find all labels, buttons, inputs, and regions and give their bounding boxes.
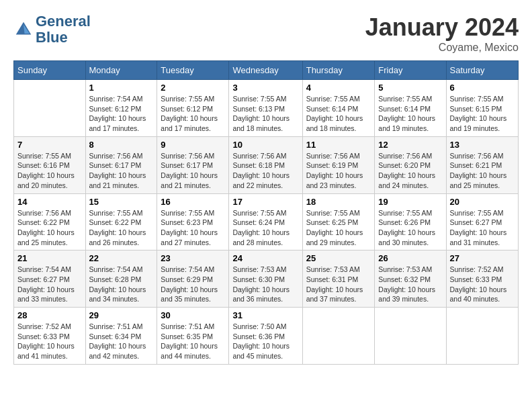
calendar-day-cell: 25Sunrise: 7:53 AMSunset: 6:31 PMDayligh… bbox=[302, 250, 375, 308]
header-cell: Tuesday bbox=[157, 61, 229, 80]
calendar-day-cell: 27Sunrise: 7:52 AMSunset: 6:33 PMDayligh… bbox=[446, 250, 518, 308]
day-info: Sunrise: 7:54 AMSunset: 6:27 PMDaylight:… bbox=[17, 265, 82, 304]
day-info: Sunrise: 7:54 AMSunset: 6:29 PMDaylight:… bbox=[161, 265, 225, 304]
logo-text: General Blue bbox=[36, 13, 91, 46]
day-info: Sunrise: 7:54 AMSunset: 6:28 PMDaylight:… bbox=[89, 265, 154, 304]
calendar-day-cell: 30Sunrise: 7:51 AMSunset: 6:35 PMDayligh… bbox=[157, 308, 229, 365]
calendar-day-cell: 8Sunrise: 7:56 AMSunset: 6:17 PMDaylight… bbox=[85, 136, 157, 193]
calendar-day-cell: 12Sunrise: 7:56 AMSunset: 6:20 PMDayligh… bbox=[375, 136, 446, 193]
logo-icon bbox=[13, 19, 34, 40]
day-number: 19 bbox=[378, 197, 442, 207]
calendar-day-cell bbox=[302, 308, 375, 365]
day-number: 8 bbox=[89, 140, 154, 150]
day-number: 26 bbox=[378, 253, 442, 263]
month-title: January 2024 bbox=[365, 13, 519, 42]
day-info: Sunrise: 7:55 AMSunset: 6:23 PMDaylight:… bbox=[161, 208, 225, 248]
day-number: 30 bbox=[161, 310, 225, 320]
day-number: 12 bbox=[378, 140, 442, 150]
header-cell: Sunday bbox=[14, 61, 86, 80]
day-number: 16 bbox=[161, 197, 225, 207]
day-info: Sunrise: 7:51 AMSunset: 6:34 PMDaylight:… bbox=[89, 322, 154, 361]
header-cell: Wednesday bbox=[229, 61, 302, 80]
calendar-day-cell: 10Sunrise: 7:56 AMSunset: 6:18 PMDayligh… bbox=[229, 136, 302, 193]
header-cell: Monday bbox=[85, 61, 157, 80]
day-number: 3 bbox=[232, 83, 298, 93]
calendar-day-cell: 31Sunrise: 7:50 AMSunset: 6:36 PMDayligh… bbox=[229, 308, 302, 365]
day-info: Sunrise: 7:56 AMSunset: 6:17 PMDaylight:… bbox=[89, 151, 154, 191]
day-info: Sunrise: 7:54 AMSunset: 6:12 PMDaylight:… bbox=[89, 94, 154, 134]
day-info: Sunrise: 7:52 AMSunset: 6:33 PMDaylight:… bbox=[450, 265, 515, 304]
day-number: 25 bbox=[306, 253, 371, 263]
day-number: 23 bbox=[161, 253, 225, 263]
calendar-table: SundayMondayTuesdayWednesdayThursdayFrid… bbox=[13, 60, 519, 365]
calendar-day-cell: 16Sunrise: 7:55 AMSunset: 6:23 PMDayligh… bbox=[157, 193, 229, 250]
title-section: January 2024 Coyame, Mexico bbox=[365, 13, 519, 54]
day-number: 20 bbox=[450, 197, 515, 207]
calendar-day-cell: 29Sunrise: 7:51 AMSunset: 6:34 PMDayligh… bbox=[85, 308, 157, 365]
day-info: Sunrise: 7:55 AMSunset: 6:22 PMDaylight:… bbox=[89, 208, 154, 248]
location-title: Coyame, Mexico bbox=[365, 42, 519, 54]
calendar-day-cell: 13Sunrise: 7:56 AMSunset: 6:21 PMDayligh… bbox=[446, 136, 518, 193]
day-number: 31 bbox=[232, 310, 298, 320]
day-number: 14 bbox=[17, 197, 82, 207]
calendar-day-cell: 3Sunrise: 7:55 AMSunset: 6:13 PMDaylight… bbox=[229, 80, 302, 137]
day-number: 21 bbox=[17, 253, 82, 263]
day-info: Sunrise: 7:56 AMSunset: 6:21 PMDaylight:… bbox=[450, 151, 515, 191]
day-info: Sunrise: 7:55 AMSunset: 6:24 PMDaylight:… bbox=[232, 208, 298, 248]
day-info: Sunrise: 7:56 AMSunset: 6:18 PMDaylight:… bbox=[232, 151, 298, 191]
calendar-day-cell: 22Sunrise: 7:54 AMSunset: 6:28 PMDayligh… bbox=[85, 250, 157, 308]
day-info: Sunrise: 7:56 AMSunset: 6:17 PMDaylight:… bbox=[161, 151, 225, 191]
calendar-header: SundayMondayTuesdayWednesdayThursdayFrid… bbox=[14, 61, 519, 80]
calendar-week-row: 1Sunrise: 7:54 AMSunset: 6:12 PMDaylight… bbox=[14, 80, 519, 137]
calendar-week-row: 21Sunrise: 7:54 AMSunset: 6:27 PMDayligh… bbox=[14, 250, 519, 308]
day-number: 4 bbox=[306, 83, 371, 93]
calendar-day-cell bbox=[14, 80, 86, 137]
calendar-day-cell bbox=[446, 308, 518, 365]
day-info: Sunrise: 7:56 AMSunset: 6:20 PMDaylight:… bbox=[378, 151, 442, 191]
day-number: 7 bbox=[17, 140, 82, 150]
calendar-day-cell: 2Sunrise: 7:55 AMSunset: 6:12 PMDaylight… bbox=[157, 80, 229, 137]
day-info: Sunrise: 7:55 AMSunset: 6:16 PMDaylight:… bbox=[17, 151, 82, 191]
day-number: 11 bbox=[306, 140, 371, 150]
day-info: Sunrise: 7:55 AMSunset: 6:14 PMDaylight:… bbox=[378, 94, 442, 134]
day-info: Sunrise: 7:53 AMSunset: 6:32 PMDaylight:… bbox=[378, 265, 442, 304]
header-cell: Saturday bbox=[446, 61, 518, 80]
calendar-day-cell: 7Sunrise: 7:55 AMSunset: 6:16 PMDaylight… bbox=[14, 136, 86, 193]
day-info: Sunrise: 7:56 AMSunset: 6:19 PMDaylight:… bbox=[306, 151, 371, 191]
calendar-day-cell: 24Sunrise: 7:53 AMSunset: 6:30 PMDayligh… bbox=[229, 250, 302, 308]
day-number: 15 bbox=[89, 197, 154, 207]
page-header: General Blue January 2024 Coyame, Mexico bbox=[13, 13, 519, 54]
header-cell: Thursday bbox=[302, 61, 375, 80]
calendar-day-cell: 28Sunrise: 7:52 AMSunset: 6:33 PMDayligh… bbox=[14, 308, 86, 365]
calendar-day-cell: 6Sunrise: 7:55 AMSunset: 6:15 PMDaylight… bbox=[446, 80, 518, 137]
day-info: Sunrise: 7:56 AMSunset: 6:22 PMDaylight:… bbox=[17, 208, 82, 248]
calendar-day-cell: 17Sunrise: 7:55 AMSunset: 6:24 PMDayligh… bbox=[229, 193, 302, 250]
calendar-day-cell: 19Sunrise: 7:55 AMSunset: 6:26 PMDayligh… bbox=[375, 193, 446, 250]
calendar-day-cell: 14Sunrise: 7:56 AMSunset: 6:22 PMDayligh… bbox=[14, 193, 86, 250]
day-number: 10 bbox=[232, 140, 298, 150]
day-info: Sunrise: 7:50 AMSunset: 6:36 PMDaylight:… bbox=[232, 322, 298, 361]
day-info: Sunrise: 7:55 AMSunset: 6:12 PMDaylight:… bbox=[161, 94, 225, 134]
calendar-week-row: 28Sunrise: 7:52 AMSunset: 6:33 PMDayligh… bbox=[14, 308, 519, 365]
header-cell: Friday bbox=[375, 61, 446, 80]
day-info: Sunrise: 7:55 AMSunset: 6:13 PMDaylight:… bbox=[232, 94, 298, 134]
calendar-day-cell bbox=[375, 308, 446, 365]
day-number: 29 bbox=[89, 310, 154, 320]
header-row: SundayMondayTuesdayWednesdayThursdayFrid… bbox=[14, 61, 519, 80]
calendar-day-cell: 15Sunrise: 7:55 AMSunset: 6:22 PMDayligh… bbox=[85, 193, 157, 250]
day-info: Sunrise: 7:55 AMSunset: 6:27 PMDaylight:… bbox=[450, 208, 515, 248]
day-number: 17 bbox=[232, 197, 298, 207]
day-info: Sunrise: 7:53 AMSunset: 6:31 PMDaylight:… bbox=[306, 265, 371, 304]
calendar-week-row: 7Sunrise: 7:55 AMSunset: 6:16 PMDaylight… bbox=[14, 136, 519, 193]
logo: General Blue bbox=[13, 13, 91, 46]
day-number: 1 bbox=[89, 83, 154, 93]
day-number: 22 bbox=[89, 253, 154, 263]
day-number: 5 bbox=[378, 83, 442, 93]
day-info: Sunrise: 7:55 AMSunset: 6:26 PMDaylight:… bbox=[378, 208, 442, 248]
calendar-day-cell: 23Sunrise: 7:54 AMSunset: 6:29 PMDayligh… bbox=[157, 250, 229, 308]
day-number: 9 bbox=[161, 140, 225, 150]
calendar-day-cell: 20Sunrise: 7:55 AMSunset: 6:27 PMDayligh… bbox=[446, 193, 518, 250]
calendar-body: 1Sunrise: 7:54 AMSunset: 6:12 PMDaylight… bbox=[14, 80, 519, 365]
day-info: Sunrise: 7:51 AMSunset: 6:35 PMDaylight:… bbox=[161, 322, 225, 361]
day-info: Sunrise: 7:52 AMSunset: 6:33 PMDaylight:… bbox=[17, 322, 82, 361]
